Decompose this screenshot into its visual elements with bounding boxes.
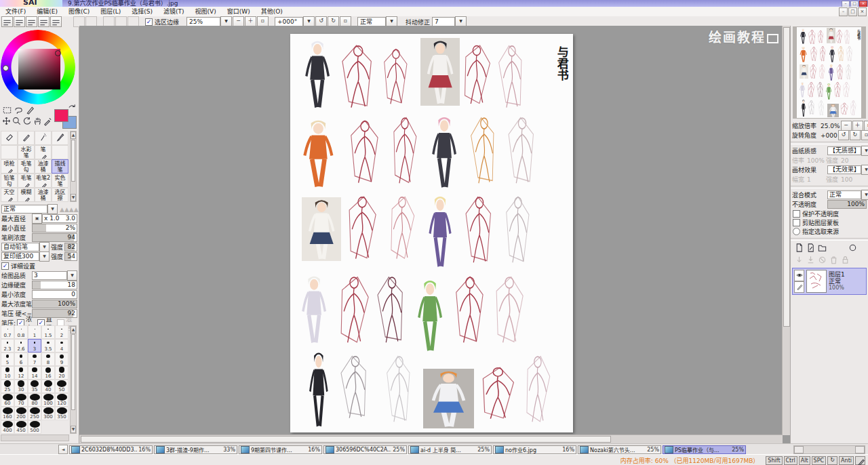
view-layout-button-3[interactable] — [26, 16, 37, 27]
brush-eraser[interactable] — [1, 131, 18, 145]
document-tab-PS临摹作业（与...[interactable]: PS临摹作业（与...25% — [663, 445, 746, 454]
brush-size-12[interactable]: 12 — [14, 366, 28, 380]
brush-size-2[interactable]: 2 — [55, 325, 68, 339]
brush-size-8[interactable]: 8 — [41, 352, 55, 366]
nav-angle-reset-button[interactable]: ▫ — [861, 130, 868, 140]
new-linework-layer-button[interactable] — [805, 243, 816, 254]
绘图品质-box[interactable]: 3 — [32, 271, 67, 280]
menu-窗口(W)[interactable]: 窗口(W) — [222, 7, 256, 16]
brush-size-2.6[interactable]: 2.6 — [14, 339, 28, 352]
clear-layer-button[interactable] — [816, 255, 828, 266]
brush-油漆桶[interactable]: 油漆桶 — [35, 188, 52, 202]
menu-滤镜(T)[interactable]: 滤镜(T) — [158, 7, 190, 16]
brush-blend-mode-dropdown[interactable]: ▼ — [47, 204, 58, 214]
document-close-button[interactable]: × — [858, 7, 867, 16]
指定选取来源-radio[interactable] — [793, 228, 800, 235]
brush-size-20[interactable]: 20 — [55, 366, 68, 380]
transfer-down-button[interactable] — [793, 255, 805, 266]
primary-color-swatch[interactable] — [54, 109, 68, 122]
最小直径-slider[interactable]: 2% — [32, 224, 77, 232]
brush-brush[interactable] — [52, 131, 68, 145]
sampling-mode-box[interactable]: 正常 — [357, 17, 386, 26]
document-minimize-button[interactable]: – — [839, 7, 848, 16]
selection-edge-checkbox[interactable]: ✓ — [145, 18, 153, 26]
merge-down-button[interactable] — [805, 255, 816, 266]
brush-size-35[interactable]: 35 — [28, 380, 41, 393]
canvas-area[interactable]: 与君书 绘画教程 — [79, 26, 791, 443]
menu-其他(O)[interactable]: 其他(O) — [256, 7, 288, 16]
select-rect-tool[interactable] — [1, 105, 13, 116]
复印纸300-dropdown[interactable]: ▼ — [39, 251, 50, 262]
brush-实色笔[interactable]: 实色笔 — [52, 174, 68, 188]
blend-mode-dropdown[interactable]: ▼ — [861, 190, 868, 200]
diameter-unit-button[interactable]: ▣ — [32, 214, 42, 224]
brush-喷枪[interactable]: 喷枪 — [1, 159, 18, 174]
lasso-tool[interactable] — [13, 105, 24, 116]
lock-layer-button[interactable] — [840, 255, 851, 266]
brush-size-60[interactable]: 60 — [1, 393, 14, 407]
brush-size-70[interactable]: 70 — [14, 393, 28, 407]
brush-毛笔2[interactable]: 毛笔2 — [35, 174, 52, 188]
taskbar-scroll-left-button[interactable]: ◄ — [58, 445, 68, 454]
nav-zoom-in-button[interactable]: ＋ — [852, 121, 863, 131]
detail-settings-checkbox[interactable]: ✓ — [1, 262, 9, 270]
view-layout-button-5[interactable] — [50, 16, 62, 27]
brush-size-10[interactable]: 10 — [1, 366, 14, 380]
title-bar[interactable]: SAI 9.第六次作业PS临摹作业（与君书）.jpg – □ × — [0, 0, 868, 7]
sv-selector[interactable] — [55, 50, 61, 56]
brush-grid-scrollbar[interactable]: ▲▼ — [70, 131, 77, 202]
brush-size-7[interactable]: 7 — [28, 352, 41, 366]
自动铅笔-dropdown[interactable]: ▼ — [39, 242, 50, 252]
nav-rotate-ccw-button[interactable]: ↺ — [838, 130, 849, 140]
menu-编辑(E)[interactable]: 编辑(E) — [31, 7, 63, 16]
pen-tool-tool[interactable] — [24, 105, 36, 116]
nav-rotate-cw-button[interactable]: ↻ — [850, 130, 861, 140]
stabilizer-value-box[interactable]: 7 — [432, 17, 455, 26]
document-restore-button[interactable]: □ — [848, 7, 857, 16]
brush-水彩笔[interactable]: 水彩笔 — [18, 145, 35, 159]
paper-texture-box[interactable]: 【无质感】 — [827, 146, 861, 155]
size-grid-hscrollbar[interactable] — [1, 434, 69, 441]
hand-tool[interactable] — [33, 116, 43, 127]
笔刷浓度-slider[interactable]: 94 — [32, 233, 77, 242]
menu-视图(V)[interactable]: 视图(V) — [190, 7, 222, 16]
brush-size-100[interactable]: 100 — [41, 393, 55, 407]
brush-size-350[interactable]: 350 — [55, 407, 68, 420]
saturation-value-square[interactable] — [18, 49, 60, 89]
brush-size-160[interactable]: 160 — [1, 407, 14, 420]
document-tab-2C6032D8%40DD3...[interactable]: 2C6032D8%40DD3...16% — [69, 445, 153, 454]
brush-笔[interactable]: 笔 — [35, 145, 52, 159]
brush-size-400[interactable]: 400 — [1, 420, 14, 434]
brush-size-16[interactable]: 16 — [41, 366, 55, 380]
brush-模糊[interactable]: 模糊 — [18, 188, 35, 202]
brush-size-450[interactable]: 450 — [14, 420, 28, 434]
brush-size-14[interactable]: 14 — [28, 366, 41, 380]
zoom-value-box[interactable]: 25% — [186, 17, 220, 26]
brush-size-50[interactable]: 50 — [55, 380, 68, 393]
view-layout-button-1[interactable] — [1, 16, 13, 27]
menu-图像(C)[interactable]: 图像(C) — [63, 7, 95, 16]
brush-size-6[interactable]: 6 — [14, 352, 28, 366]
剪贴图层蒙板-checkbox[interactable] — [793, 219, 800, 226]
brush-size-40[interactable]: 40 — [41, 380, 55, 393]
new-layer-button[interactable] — [793, 243, 805, 254]
边缘硬度-slider[interactable]: 18 — [32, 281, 77, 289]
最大浓度笔压-slider[interactable]: 100% — [32, 300, 77, 308]
brush-size-200[interactable]: 200 — [14, 407, 28, 420]
document-tab-3群-描渣-9期作...[interactable]: 3群-描渣-9期作...33% — [154, 445, 237, 454]
rotate-view-tool[interactable] — [22, 116, 32, 127]
layer-paint-indicator[interactable] — [794, 281, 804, 293]
layer-mask-button[interactable] — [847, 243, 859, 254]
brush-size-4[interactable]: 4 — [55, 339, 68, 352]
navigator[interactable]: 与君书 — [793, 26, 866, 119]
new-layer-folder-button[interactable] — [816, 243, 828, 254]
document-tab-306596DC%40C2A...[interactable]: 306596DC%40C2A...25% — [323, 445, 407, 454]
nav-zoom-out-button[interactable]: − — [841, 121, 852, 131]
brush-size-3.5[interactable]: 3.5 — [41, 339, 55, 352]
hue-selector[interactable] — [3, 65, 9, 71]
paper-texture-dropdown[interactable]: ▼ — [861, 146, 868, 156]
window-minimize-button[interactable]: – — [842, 1, 850, 7]
panel-scrollbar[interactable] — [793, 445, 865, 454]
eyedropper-tool[interactable] — [43, 116, 53, 127]
document-tab-9期第四节课作...[interactable]: 9期第四节课作...16% — [239, 445, 322, 454]
